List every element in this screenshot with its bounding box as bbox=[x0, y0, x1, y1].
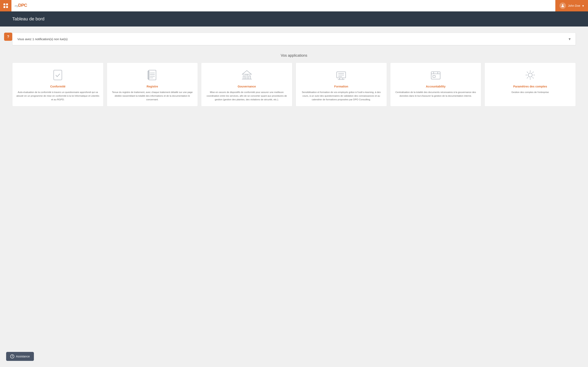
svg-rect-3 bbox=[149, 70, 156, 80]
help-icon: ? bbox=[7, 35, 9, 39]
grid-icon bbox=[3, 3, 8, 8]
app-desc-accountability: Centralisation de la totalité des docume… bbox=[394, 91, 478, 98]
user-avatar-icon bbox=[559, 2, 566, 9]
notification-text: Vous avez 1 notification(s) non lue(s) bbox=[17, 37, 68, 41]
conformite-icon bbox=[51, 68, 64, 82]
notification-chevron-icon[interactable]: ▾ bbox=[569, 36, 571, 42]
svg-marker-13 bbox=[242, 71, 251, 74]
svg-rect-22 bbox=[431, 72, 440, 79]
app-name-parametres: Paramètres des comptes bbox=[488, 85, 572, 88]
svg-rect-10 bbox=[243, 76, 245, 79]
svg-rect-2 bbox=[54, 70, 62, 80]
app-name-gouvernance: Gouvernance bbox=[205, 85, 289, 88]
apps-menu-button[interactable] bbox=[0, 0, 11, 11]
logo-dpc: DPC bbox=[18, 2, 30, 9]
svg-text:DPC: DPC bbox=[18, 3, 27, 8]
assistance-label: Assistance bbox=[16, 355, 30, 358]
accountability-icon bbox=[429, 68, 442, 82]
registre-icon bbox=[146, 68, 159, 82]
app-card-accountability[interactable]: Accountability Centralisation de la tota… bbox=[390, 63, 481, 106]
logo-my: my bbox=[15, 4, 18, 7]
app-card-conformite[interactable]: Conformité Auto-évaluation de la conform… bbox=[12, 63, 104, 106]
chevron-down-icon: ▾ bbox=[582, 4, 584, 8]
app-name-conformite: Conformité bbox=[16, 85, 100, 88]
main-content: ? Vous avez 1 notification(s) non lue(s)… bbox=[0, 26, 588, 119]
app-card-formation[interactable]: Formation Sensibilisation et formation d… bbox=[296, 63, 387, 106]
svg-point-1 bbox=[562, 4, 563, 6]
page-title: Tableau de bord bbox=[12, 16, 576, 22]
app-name-accountability: Accountability bbox=[394, 85, 478, 88]
app-desc-parametres: Gestion des comptes de l'entreprise bbox=[488, 91, 572, 94]
app-desc-conformite: Auto-évaluation de la conformité à trave… bbox=[16, 91, 100, 101]
svg-rect-11 bbox=[246, 74, 248, 79]
user-menu[interactable]: John Doe ▾ bbox=[555, 0, 588, 11]
apps-section-title: Vos applications bbox=[12, 53, 576, 58]
assistance-icon: ? bbox=[10, 354, 14, 359]
assistance-button[interactable]: ? Assistance bbox=[6, 352, 34, 361]
logo: my DPC bbox=[15, 2, 30, 9]
app-desc-formation: Sensibilisation et formation de vos empl… bbox=[299, 91, 383, 101]
notification-bar[interactable]: Vous avez 1 notification(s) non lue(s) ▾ bbox=[12, 33, 576, 45]
apps-grid: Conformité Auto-évaluation de la conform… bbox=[12, 63, 576, 106]
svg-point-27 bbox=[528, 73, 532, 77]
formation-icon bbox=[335, 68, 348, 82]
gouvernance-icon bbox=[240, 68, 253, 82]
app-name-registre: Registre bbox=[110, 85, 195, 88]
app-card-registre[interactable]: Registre Tenue du registre de traitement… bbox=[107, 63, 198, 106]
topbar: my DPC John Doe ▾ bbox=[0, 0, 588, 11]
app-name-formation: Formation bbox=[299, 85, 383, 88]
app-desc-gouvernance: Mise en oeuvre de dispositifs de conform… bbox=[205, 91, 289, 101]
app-desc-registre: Tenue du registre de traitement, avec ch… bbox=[110, 91, 195, 101]
app-card-gouvernance[interactable]: Gouvernance Mise en oeuvre de dispositif… bbox=[201, 63, 292, 106]
help-button[interactable]: ? bbox=[4, 33, 12, 41]
parametres-icon bbox=[524, 68, 537, 82]
svg-rect-12 bbox=[249, 76, 251, 79]
app-card-parametres[interactable]: Paramètres des comptes Gestion des compt… bbox=[484, 63, 576, 106]
user-name-label: John Doe bbox=[568, 4, 580, 7]
apps-section: Vos applications Conformité Auto-évaluat… bbox=[12, 53, 576, 106]
svg-rect-26 bbox=[433, 75, 435, 77]
page-header: Tableau de bord bbox=[0, 11, 588, 26]
